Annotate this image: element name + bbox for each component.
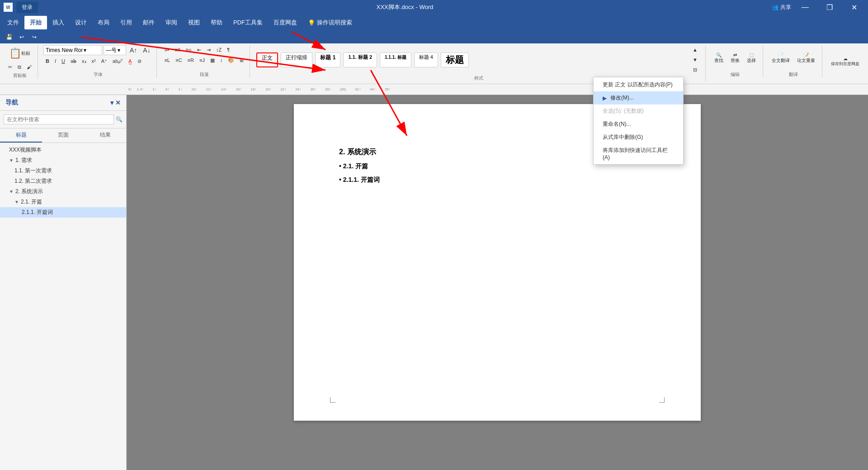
menu-layout[interactable]: 布局 [92,16,115,29]
restore-button[interactable]: ❐ [819,0,840,14]
style-zhengwen[interactable]: 正文 [256,52,278,67]
nav-item-1-2[interactable]: 1.2. 第二次需求 [0,176,126,186]
highlight-button[interactable]: ab🖊 [110,57,125,66]
context-menu-rename[interactable]: 重命名(N)... [594,118,683,131]
menu-file[interactable]: 文件 [2,16,24,29]
menu-pdf[interactable]: PDF工具集 [228,16,268,29]
context-menu-select-all[interactable]: 全选(S): (无数据) [594,104,683,118]
font-size-selector[interactable]: —号 ▾ [104,45,126,55]
nav-item-2[interactable]: ▼ 2. 系统演示 [0,186,126,197]
align-center-button[interactable]: ≡C [173,56,184,65]
style-zhengwengusu[interactable]: 正行缩排 [281,52,312,67]
nav-item-2-1[interactable]: ▼ 2.1. 开篇 [0,197,126,207]
undo-button[interactable]: ↩ [16,32,27,43]
clipboard-label: 剪贴板 [13,71,27,79]
styles-scroll-down[interactable]: ▼ [690,55,700,64]
menu-design[interactable]: 设计 [70,16,92,29]
italic-button[interactable]: I [52,57,58,66]
sidebar-tab-headings[interactable]: 标题 [0,128,42,142]
save-cloud-button[interactable]: ☁ 保存到百度网盘 [828,45,863,78]
menu-references[interactable]: 引用 [115,16,137,29]
page-corner-br [659,397,665,403]
menu-review[interactable]: 审阅 [160,16,183,29]
multilevel-button[interactable]: ≡⌾ [184,45,194,54]
cut-button[interactable]: ✂ [6,62,14,71]
style-biaoti4[interactable]: 标题 4 [414,52,438,67]
nav-item-root[interactable]: XXX视频脚本 [0,145,126,155]
close-button[interactable]: ✕ [844,0,864,14]
align-left-button[interactable]: ≡L [162,56,173,65]
menu-search[interactable]: 💡 操作说明搜索 [302,16,358,29]
context-menu-update-style[interactable]: 更新 正文 以匹配所选内容(P) [594,78,683,91]
style-biaoti1[interactable]: 标题 1 [315,52,340,67]
nav-label-2: 2. 系统演示 [15,188,43,195]
sidebar-tab-pages[interactable]: 页面 [42,128,84,142]
search-input[interactable] [4,114,114,124]
menu-help[interactable]: 帮助 [205,16,228,29]
select-button[interactable]: ⬚ 选择 [744,45,759,71]
sort-button[interactable]: ↕Z [214,45,224,54]
share-button[interactable]: 👥 共享 [772,4,791,11]
increase-font-button[interactable]: A↑ [127,46,139,55]
borders-button[interactable]: ⊞ [237,56,246,65]
context-menu-add-quick[interactable]: 将库添加到快速访问工具栏(A) [594,144,683,163]
increase-indent-button[interactable]: ⇥ [204,45,213,54]
subscript-button[interactable]: x₂ [80,57,89,66]
sidebar-menu-icon[interactable]: ▾ [110,99,113,106]
find-button[interactable]: 🔍 查找 [711,45,726,71]
font-color-button[interactable]: A̲ [126,57,134,66]
minimize-button[interactable]: — [795,0,816,14]
style-biaoti[interactable]: 标题 [441,52,469,67]
nav-item-2-1-1[interactable]: 2.1.1. 开篇词 [0,207,126,218]
bullets-button[interactable]: ≡• [162,45,171,54]
superscript-button[interactable]: x² [90,57,98,66]
show-marks-button[interactable]: ¶ [225,45,232,54]
decrease-font-button[interactable]: A↓ [141,46,152,55]
save-qa-button[interactable]: 💾 [4,32,14,43]
nav-item-1-1[interactable]: 1.1. 第一次需求 [0,166,126,176]
sidebar-tab-results[interactable]: 结果 [84,128,126,142]
cloud-save-icon: ☁ [843,56,848,61]
decrease-indent-button[interactable]: ⇤ [195,45,203,54]
search-icon[interactable]: 🔍 [116,116,123,123]
login-button[interactable]: 登录 [16,2,38,13]
shading-button[interactable]: 🎨 [226,56,236,65]
line-spacing-button[interactable]: ↕ [218,56,225,65]
columns-button[interactable]: ▦ [208,56,217,65]
strikethrough-button[interactable]: ab̶ [68,57,79,66]
context-menu-remove-gallery[interactable]: 从式库中删除(G) [594,131,683,144]
text-effects-button[interactable]: A⁺ [99,57,109,66]
format-painter-button[interactable]: 🖌 [24,62,34,71]
doc-translate-button[interactable]: 📝 论文重量 [794,45,818,71]
underline-button[interactable]: U [59,57,67,66]
copy-button[interactable]: ⧉ [15,62,24,71]
menu-home[interactable]: 开始 [24,16,47,29]
styles-expand[interactable]: ⊟ [690,65,700,74]
nav-item-1[interactable]: ▼ 1. 需求 [0,155,126,166]
menu-mail[interactable]: 邮件 [137,16,160,29]
styles-label: 样式 [474,74,483,81]
paste-button[interactable]: 📋 粘贴 [6,45,34,62]
replace-button[interactable]: ⇄ 替换 [727,45,743,71]
menu-view[interactable]: 视图 [183,16,205,29]
font-name-selector[interactable]: Times New Ror ▾ [43,45,102,55]
style-biaoti111[interactable]: 1.1.1. 标题 [380,52,411,67]
style-biaoti11[interactable]: 1.1. 标题 2 [343,52,377,67]
sidebar-close-icon[interactable]: ✕ [115,99,121,106]
ribbon-group-translate: 📄 全文翻译 📝 论文重量 翻译 [765,45,822,78]
justify-button[interactable]: ≡J [197,56,207,65]
menu-baidu[interactable]: 百度网盘 [268,16,302,29]
document-area[interactable]: 2. 系统演示 • 2.1. 开篇 • 2.1.1. 开篇词 [127,95,868,470]
redo-button[interactable]: ↪ [29,32,40,43]
numbering-button[interactable]: ≡# [172,45,183,54]
context-menu-modify[interactable]: ▶ 修改(M)... [594,91,683,104]
sidebar-tabs: 标题 页面 结果 [0,128,126,143]
nav-label-2-1-1: 2.1.1. 开篇词 [22,209,53,216]
menu-insert[interactable]: 插入 [47,16,70,29]
styles-scroll-up[interactable]: ▲ [690,45,700,54]
select-icon: ⬚ [750,52,754,57]
bold-button[interactable]: B [43,57,52,66]
clear-format-button[interactable]: ⊘ [135,57,144,66]
align-right-button[interactable]: ≡R [185,56,196,65]
full-translate-button[interactable]: 📄 全文翻译 [769,45,793,71]
